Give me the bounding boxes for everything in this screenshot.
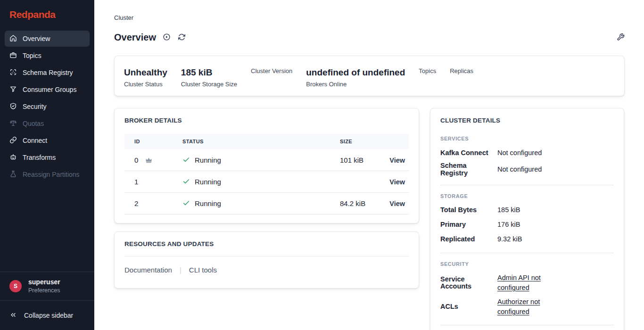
kv-label: Service Accounts <box>440 276 497 290</box>
sidebar: Redpanda Overview Topics Schema Registry… <box>0 0 94 330</box>
page-title: Overview <box>114 32 156 43</box>
sidebar-nav: Overview Topics Schema Registry Consumer… <box>0 31 94 183</box>
check-icon <box>182 156 190 164</box>
stat-label: Topics <box>419 67 436 75</box>
column-header-id: ID <box>124 134 173 149</box>
kv-value: 9.32 kiB <box>497 234 614 244</box>
divider <box>440 253 614 253</box>
view-broker-link[interactable]: View <box>389 200 405 207</box>
broker-status: Running <box>195 199 221 207</box>
sidebar-item-label: Quotas <box>23 120 44 127</box>
kv-row-primary: Primary 176 kiB <box>440 220 614 230</box>
home-icon <box>9 34 17 43</box>
kv-value: 176 kiB <box>497 220 614 230</box>
view-broker-link[interactable]: View <box>389 178 405 186</box>
settings-wrench-button[interactable] <box>616 33 625 42</box>
sidebar-item-label: Security <box>23 103 47 110</box>
redpanda-logo: Redpanda <box>0 0 94 31</box>
broker-list-popover-button[interactable] <box>163 33 171 42</box>
broker-id: 2 <box>134 199 138 207</box>
main-content: Cluster Overview Unhealthy Cluster Statu… <box>94 0 644 330</box>
kv-row-total-bytes: Total Bytes 185 kiB <box>440 205 614 215</box>
sidebar-item-label: Topics <box>23 52 41 59</box>
check-icon <box>182 178 190 185</box>
user-menu[interactable]: S superuser Preferences <box>0 272 94 301</box>
authorizer-link[interactable]: Authorizer not configured <box>497 297 547 317</box>
broker-status: Running <box>195 178 221 186</box>
kv-value: 185 kiB <box>497 205 614 215</box>
sidebar-item-label: Consumer Groups <box>23 86 76 93</box>
stat-label: Replicas <box>450 67 473 75</box>
stat-value: undefined of undefined <box>306 67 405 78</box>
scales-icon <box>9 119 17 128</box>
sidebar-item-security[interactable]: Security <box>5 99 90 115</box>
box-icon <box>9 51 17 60</box>
cluster-details-card: Cluster Details Services Kafka Connect N… <box>430 108 624 330</box>
check-icon <box>182 199 190 207</box>
cluster-stats-bar: Unhealthy Cluster Status 185 kiB Cluster… <box>114 56 625 96</box>
schema-icon <box>9 68 17 77</box>
resources-card: Resources and Updates Documentation | CL… <box>114 231 419 289</box>
broker-details-title: Broker Details <box>124 117 409 124</box>
broker-id: 1 <box>134 178 138 186</box>
security-heading: Security <box>440 261 614 267</box>
filter-icon <box>9 85 17 94</box>
broker-details-card: Broker Details ID STATUS SIZE 0 <box>114 108 419 223</box>
column-header-size: SIZE <box>330 134 372 149</box>
link-separator: | <box>180 266 182 274</box>
kv-row-service-accounts: Service Accounts Admin API not configure… <box>440 273 614 293</box>
column-header-action <box>372 134 409 149</box>
documentation-link[interactable]: Documentation <box>124 266 172 274</box>
sidebar-item-label: Transforms <box>23 154 56 161</box>
sidebar-item-schema-registry[interactable]: Schema Registry <box>5 65 90 81</box>
resource-links: Documentation | CLI tools <box>124 256 409 280</box>
sidebar-item-consumer-groups[interactable]: Consumer Groups <box>5 82 90 98</box>
kv-row-schema-registry: Schema Registry Not configured <box>440 162 614 176</box>
kv-value: Not configured <box>497 165 614 174</box>
stat-value: Unhealthy <box>124 67 167 78</box>
user-preferences-link[interactable]: Preferences <box>28 287 60 294</box>
stat-cluster-version: Cluster Version <box>251 67 292 75</box>
stat-brokers-online: undefined of undefined Brokers Online <box>306 67 405 88</box>
sidebar-item-label: Reassign Partitions <box>23 171 80 178</box>
crown-icon <box>145 157 152 164</box>
stat-cluster-storage-size: 185 kiB Cluster Storage Size <box>181 67 237 88</box>
breadcrumb[interactable]: Cluster <box>114 0 625 21</box>
broker-size: 101 kiB <box>330 149 372 171</box>
collapse-sidebar-button[interactable]: Collapse sidebar <box>0 301 94 330</box>
wrench-icon <box>617 33 625 42</box>
sidebar-item-connect[interactable]: Connect <box>5 132 90 148</box>
chevrons-left-icon <box>9 311 17 320</box>
kv-label: ACLs <box>440 303 497 310</box>
refresh-icon <box>178 33 186 42</box>
user-name: superuser <box>28 278 60 287</box>
admin-api-link[interactable]: Admin API not configured <box>497 273 547 293</box>
stat-value: 185 kiB <box>181 67 237 78</box>
sidebar-item-overview[interactable]: Overview <box>5 31 90 47</box>
refresh-button[interactable] <box>178 33 186 42</box>
storage-heading: Storage <box>440 193 614 199</box>
stat-label: Cluster Version <box>251 67 292 75</box>
stat-topics: Topics <box>419 67 436 75</box>
page-header: Overview <box>114 32 625 43</box>
play-circle-icon <box>163 33 171 42</box>
sidebar-item-topics[interactable]: Topics <box>5 48 90 64</box>
stat-label: Cluster Status <box>124 81 167 88</box>
view-broker-link[interactable]: View <box>389 157 405 164</box>
sidebar-item-label: Connect <box>23 137 47 144</box>
kv-label: Total Bytes <box>440 206 497 214</box>
sidebar-item-transforms[interactable]: Transforms <box>5 149 90 165</box>
cli-tools-link[interactable]: CLI tools <box>189 266 217 274</box>
resources-title: Resources and Updates <box>124 240 409 248</box>
kv-row-replicated: Replicated 9.32 kiB <box>440 234 614 245</box>
stat-cluster-status: Unhealthy Cluster Status <box>124 67 167 88</box>
broker-row-0: 0 Running 101 kiB View <box>124 149 409 171</box>
kv-row-acls: ACLs Authorizer not configured <box>440 297 614 317</box>
divider <box>440 325 614 325</box>
collapse-sidebar-label: Collapse sidebar <box>24 312 73 319</box>
sidebar-item-quotas: Quotas <box>5 116 90 132</box>
broker-size <box>330 171 372 192</box>
shield-icon <box>9 102 17 111</box>
divider <box>440 185 614 185</box>
robot-icon <box>9 153 17 162</box>
